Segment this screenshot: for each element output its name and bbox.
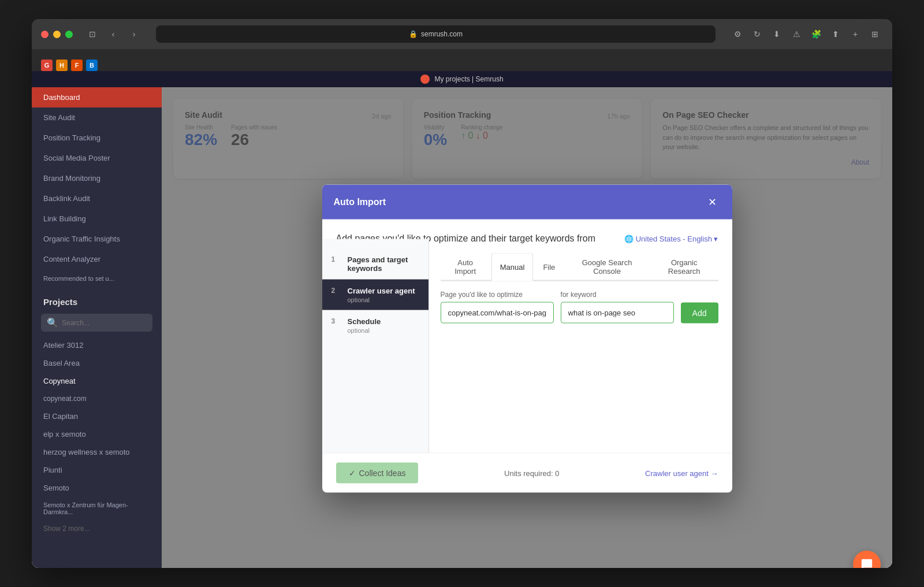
extensions2-button[interactable]: 🧩 — [808, 26, 824, 42]
project-elp[interactable]: elp x semoto — [32, 425, 162, 443]
tab-file[interactable]: File — [534, 253, 564, 280]
project-copyneat[interactable]: Copyneat — [32, 372, 162, 390]
app-content: Dashboard Site Audit Position Tracking S… — [32, 87, 892, 568]
step-2-info: Crawler user agent optional — [348, 287, 415, 303]
maximize-window-button[interactable] — [65, 31, 73, 38]
project-semoto[interactable]: Semoto — [32, 479, 162, 497]
search-input[interactable] — [62, 319, 147, 327]
projects-section: Projects 🔍 Atelier 3012 Basel Area Copyn… — [32, 292, 162, 537]
extensions-button[interactable]: ⚙ — [729, 26, 746, 42]
empty-state-area — [441, 335, 718, 439]
page-form-group: Page you'd like to optimize — [441, 291, 554, 324]
step-2-name: Crawler user agent — [348, 287, 415, 295]
import-tabs: Auto Import Manual File Google Search Co… — [441, 253, 718, 281]
modal-header: Auto Import ✕ — [322, 185, 732, 220]
crawler-user-agent-link[interactable]: Crawler user agent → — [645, 469, 718, 477]
project-atelier[interactable]: Atelier 3012 — [32, 336, 162, 354]
add-button[interactable]: Add — [681, 303, 718, 324]
sidebar-toggle-button[interactable]: ⊡ — [84, 26, 100, 42]
modal-title: Auto Import — [334, 197, 386, 207]
warning-button[interactable]: ⚠ — [788, 26, 804, 42]
new-tab-button[interactable]: + — [847, 26, 863, 42]
project-el-capitan[interactable]: El Capitan — [32, 407, 162, 425]
country-selector[interactable]: 🌐 United States - English ▾ — [624, 234, 718, 243]
sidebar-item-site-audit[interactable]: Site Audit — [32, 107, 162, 128]
step-1-info: Pages and target keywords — [348, 255, 419, 273]
semrush-favicon — [420, 75, 430, 84]
browser-frame: ⊡ ‹ › 🔒 semrush.com ⚙ ↻ ⬇ ⚠ 🧩 ⬆ + ⊞ G H … — [32, 19, 892, 568]
h-extension-icon[interactable]: H — [56, 60, 68, 71]
wizard-step-2[interactable]: 2 Crawler user agent optional — [322, 280, 429, 310]
keyword-label: for keyword — [561, 291, 674, 299]
tab-title: My projects | Semrush — [434, 75, 503, 83]
sidebar-item-backlink-audit[interactable]: Backlink Audit — [32, 188, 162, 209]
browser-titlebar: ⊡ ‹ › 🔒 semrush.com ⚙ ↻ ⬇ ⚠ 🧩 ⬆ + ⊞ — [32, 19, 892, 49]
modal-footer: ✓ Collect Ideas Units required: 0 Crawle… — [322, 453, 732, 493]
units-text: Units required: 0 — [418, 469, 645, 477]
lock-icon: 🔒 — [409, 30, 418, 38]
address-bar[interactable]: 🔒 semrush.com — [156, 25, 716, 43]
wizard-step-3[interactable]: 3 Schedule optional — [322, 310, 429, 341]
page-input[interactable] — [441, 302, 554, 324]
close-window-button[interactable] — [41, 31, 49, 38]
download-button[interactable]: ⬇ — [769, 26, 785, 42]
tab-organic-research[interactable]: Organic Research — [650, 253, 718, 280]
close-icon: ✕ — [708, 196, 717, 209]
project-basel[interactable]: Basel Area — [32, 354, 162, 372]
sidebar-item-position-tracking[interactable]: Position Tracking — [32, 128, 162, 148]
project-herzog[interactable]: herzog wellness x semoto — [32, 443, 162, 461]
sidebar-item-social-media[interactable]: Social Media Poster — [32, 148, 162, 168]
step-2-number: 2 — [331, 287, 341, 295]
wizard-step-1[interactable]: 1 Pages and target keywords — [322, 248, 429, 280]
page-label: Page you'd like to optimize — [441, 291, 554, 299]
project-semoto-zentrum[interactable]: Semoto x Zentrum für Magen-Darmkra... — [32, 497, 162, 520]
sidebar-item-dashboard[interactable]: Dashboard — [32, 87, 162, 107]
projects-title: Projects — [32, 292, 162, 311]
sidebar: Dashboard Site Audit Position Tracking S… — [32, 87, 162, 568]
refresh-button[interactable]: ↻ — [749, 26, 765, 42]
step-3-name: Schedule — [348, 317, 381, 326]
project-copyneat-com[interactable]: copyneat.com — [32, 390, 162, 407]
check-icon: ✓ — [349, 469, 356, 478]
collect-ideas-button[interactable]: ✓ Collect Ideas — [336, 463, 419, 484]
step-3-number: 3 — [331, 317, 341, 325]
back-button[interactable]: ‹ — [105, 26, 121, 42]
step-3-info: Schedule optional — [348, 317, 381, 334]
gmail-extension-icon[interactable]: G — [41, 60, 53, 71]
sidebar-item-link-building[interactable]: Link Building — [32, 209, 162, 229]
sidebar-search[interactable]: 🔍 — [41, 314, 152, 332]
browser-controls: ⊡ ‹ › — [84, 26, 142, 42]
wizard-steps-panel: 1 Pages and target keywords 2 Crawler us… — [322, 239, 429, 453]
step-3-sub: optional — [348, 327, 381, 334]
project-piunti[interactable]: Piunti — [32, 461, 162, 479]
tab-title-bar: My projects | Semrush — [32, 71, 892, 87]
auto-import-modal: Auto Import ✕ Add pages you'd like to op… — [322, 185, 732, 493]
tab-grid-button[interactable]: ⊞ — [867, 26, 883, 42]
main-content: Site Audit 2d ago Site Health 82% Pages … — [162, 87, 892, 568]
traffic-lights — [41, 31, 73, 38]
share-button[interactable]: ⬆ — [828, 26, 844, 42]
url-text: semrush.com — [421, 30, 463, 38]
tab-google-search-console[interactable]: Google Search Console — [565, 253, 649, 280]
tab-manual[interactable]: Manual — [491, 253, 534, 281]
tab-auto-import[interactable]: Auto Import — [441, 253, 490, 280]
tab-bar: G H F B — [32, 49, 892, 71]
extension-icons: G H F B — [41, 60, 98, 71]
keyword-form-group: for keyword — [561, 291, 674, 324]
keyword-input[interactable] — [561, 302, 674, 324]
minimize-window-button[interactable] — [53, 31, 61, 38]
form-row: Page you'd like to optimize for keyword … — [441, 291, 718, 324]
forward-button[interactable]: › — [126, 26, 142, 42]
f-extension-icon[interactable]: F — [71, 60, 83, 71]
sidebar-item-organic-traffic[interactable]: Organic Traffic Insights — [32, 229, 162, 249]
wizard-container: 1 Pages and target keywords 2 Crawler us… — [336, 253, 718, 439]
browser-actions: ⚙ ↻ ⬇ ⚠ 🧩 ⬆ + ⊞ — [729, 26, 883, 42]
b-extension-icon[interactable]: B — [86, 60, 98, 71]
sidebar-item-brand-monitoring[interactable]: Brand Monitoring — [32, 168, 162, 188]
modal-body: Add pages you'd like to optimize and the… — [322, 220, 732, 453]
sidebar-item-recommended[interactable]: Recommended to set u... — [32, 269, 162, 288]
show-more-link[interactable]: Show 2 more... — [32, 520, 162, 537]
modal-close-button[interactable]: ✕ — [705, 194, 721, 210]
search-icon: 🔍 — [47, 317, 58, 328]
sidebar-item-content-analyzer[interactable]: Content Analyzer — [32, 249, 162, 269]
